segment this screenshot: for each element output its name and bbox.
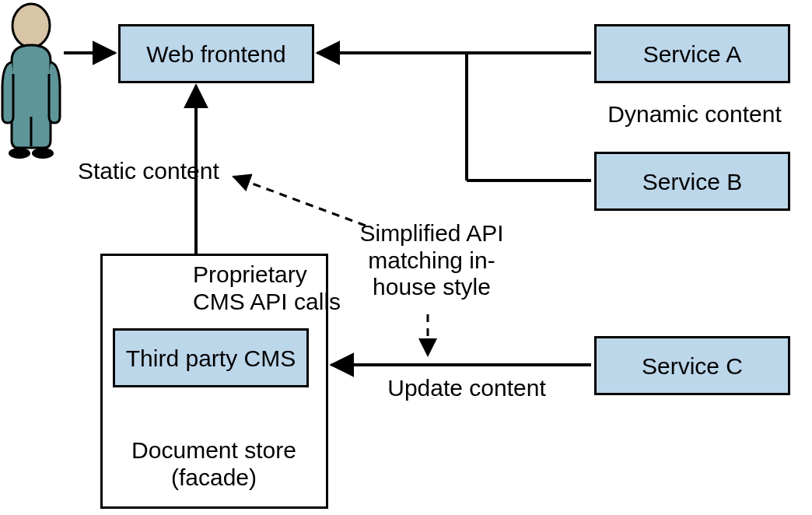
svg-line-10 <box>233 177 366 226</box>
box-service-a-label: Service A <box>643 41 742 67</box>
svg-point-0 <box>12 4 50 47</box>
box-service-c: Service C <box>594 336 790 395</box>
box-service-a: Service A <box>594 24 790 83</box>
box-third-party-cms-label: Third party CMS <box>126 345 296 371</box>
diagram-stage: Web frontend Service A Service B Service… <box>0 0 812 515</box>
box-web-frontend-label: Web frontend <box>146 41 286 67</box>
box-service-c-label: Service C <box>642 353 743 379</box>
label-update-content: Update content <box>373 375 560 402</box>
label-simplified-api: Simplified API matching in- house style <box>342 220 521 301</box>
label-proprietary-api: Proprietary CMS API calls <box>193 261 348 315</box>
arrow-services-to-frontend <box>317 53 591 180</box>
box-web-frontend: Web frontend <box>118 24 314 83</box>
box-service-b-label: Service B <box>642 169 742 194</box>
label-document-store: Document store (facade) <box>121 437 307 491</box>
svg-point-3 <box>32 148 54 159</box>
label-dynamic-content: Dynamic content <box>599 101 790 128</box>
svg-point-2 <box>9 148 30 159</box>
box-service-b: Service B <box>594 152 790 211</box>
user-icon <box>2 4 60 159</box>
box-third-party-cms: Third party CMS <box>113 328 309 387</box>
label-static-content: Static content <box>78 158 241 185</box>
